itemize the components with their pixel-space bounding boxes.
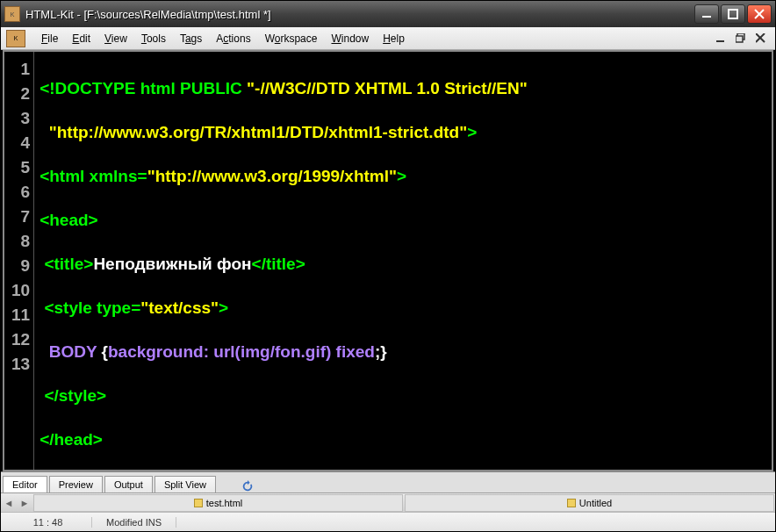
file-icon [194,499,203,507]
tab-scroll-right-icon[interactable]: ► [17,494,32,512]
close-button[interactable] [747,4,772,24]
file-tab-test[interactable]: test.html [33,494,403,512]
refresh-icon[interactable] [241,480,255,492]
title-bar: K HTML-Kit - [F:\sources\RelMedia\tmp\te… [1,1,775,27]
menu-view[interactable]: View [97,31,134,47]
file-tab-untitled[interactable]: Untitled [405,494,774,512]
tab-preview[interactable]: Preview [49,476,103,492]
app-icon: K [4,6,20,22]
tab-split-view[interactable]: Split View [154,476,216,492]
svg-rect-4 [716,40,724,42]
maximize-button[interactable] [721,4,745,24]
menu-file[interactable]: File [34,31,65,47]
line-number-gutter: 12345678910111213 [4,52,34,470]
svg-rect-6 [736,36,743,42]
tab-output[interactable]: Output [104,476,153,492]
file-icon [567,499,576,507]
status-mode: Modified INS [92,517,176,528]
menu-bar: K File Edit View Tools Tags Actions Work… [1,27,775,50]
menu-window[interactable]: Window [324,31,376,47]
tab-editor[interactable]: Editor [3,476,47,492]
status-cursor-position: 11 : 48 [4,517,92,528]
menu-tags[interactable]: Tags [173,31,209,47]
tab-scroll-left-icon[interactable]: ◄ [1,494,17,512]
code-content[interactable]: <!DOCTYPE html PUBLIC "-//W3C//DTD XHTML… [34,52,772,470]
svg-rect-1 [729,10,737,18]
menu-workspace[interactable]: Workspace [258,31,325,47]
editor-area[interactable]: 12345678910111213 <!DOCTYPE html PUBLIC … [3,50,773,471]
mdi-restore-icon[interactable] [735,32,747,45]
svg-rect-0 [702,16,711,18]
mdi-close-icon[interactable] [754,32,766,45]
menu-help[interactable]: Help [376,31,412,47]
app-logo-icon: K [6,30,25,47]
file-tab-row: ◄ ► test.html Untitled [1,492,775,512]
mdi-minimize-icon[interactable] [715,32,728,45]
menu-edit[interactable]: Edit [65,31,97,47]
view-tab-row: Editor Preview Output Split View [1,471,775,492]
window-title: HTML-Kit - [F:\sources\RelMedia\tmp\test… [25,8,694,21]
minimize-button[interactable] [694,4,719,24]
menu-tools[interactable]: Tools [134,31,173,47]
menu-actions[interactable]: Actions [209,31,257,47]
status-bar: 11 : 48 Modified INS [1,512,775,531]
